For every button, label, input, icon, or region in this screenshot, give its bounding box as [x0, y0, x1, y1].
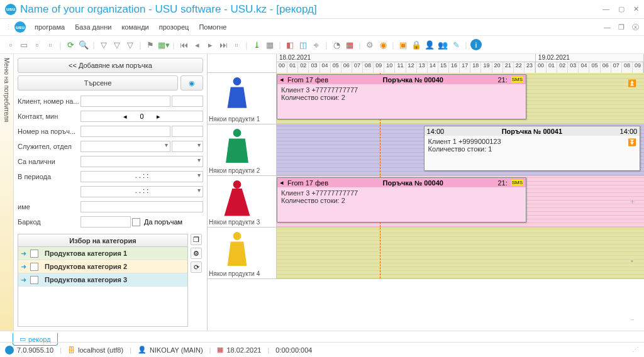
- cat-settings-button[interactable]: ⚙: [191, 248, 202, 259]
- menu-help[interactable]: Помогне: [195, 22, 230, 32]
- tb-rss-icon[interactable]: ▣: [397, 39, 409, 50]
- arrow-icon: ➜: [21, 276, 26, 284]
- period-to-input[interactable]: . . : :: [80, 186, 203, 197]
- chevron-left-icon: ◂: [280, 75, 284, 84]
- category-row[interactable]: ➜Продуктова категория 2: [18, 260, 187, 273]
- tb-cal-icon[interactable]: ▦: [344, 39, 355, 50]
- tb-filter3-icon[interactable]: ▽: [125, 39, 136, 50]
- filter-panel: << Добавяне към поръчка Търсене ◉ Клиент…: [14, 54, 208, 331]
- tb-chart-icon[interactable]: ▦: [264, 39, 275, 50]
- orderno-input2[interactable]: [172, 126, 203, 137]
- orderno-input[interactable]: [80, 126, 170, 137]
- timeline-side-controls: ⏫ ⏬ ＋ • －: [629, 54, 635, 331]
- tb-brush-icon[interactable]: ✎: [450, 39, 462, 50]
- tb-window-icon[interactable]: ◧: [284, 39, 296, 50]
- menu-commands[interactable]: команди: [118, 22, 152, 32]
- menu-window[interactable]: прозорец: [155, 22, 193, 32]
- order-card[interactable]: 14:00Поръчка № 0004114:00 Клиент 1 +9999…: [424, 126, 641, 171]
- scroll-down-icon[interactable]: ⏬: [628, 138, 636, 146]
- tb-clock-icon[interactable]: ◔: [331, 39, 342, 50]
- tb-filter-icon[interactable]: ▽: [98, 39, 109, 50]
- cat-checkbox[interactable]: [30, 250, 38, 258]
- zoom-dot-icon[interactable]: •: [631, 257, 633, 265]
- menu-database[interactable]: База данни: [71, 22, 115, 32]
- tb-refresh-icon[interactable]: ⟳: [65, 39, 76, 50]
- minimize-button[interactable]: —: [602, 5, 609, 13]
- barcode-input[interactable]: [80, 216, 131, 228]
- tb-nav-next-icon[interactable]: ▸: [204, 39, 216, 50]
- dept-combo[interactable]: [172, 141, 203, 152]
- order-card[interactable]: ◂From 17 февПоръчка № 0004021:SMS Клиент…: [277, 74, 526, 119]
- employee-combo[interactable]: [80, 141, 170, 152]
- lbl-name: име: [18, 203, 80, 211]
- instock-combo[interactable]: [80, 156, 203, 167]
- hour-cell: 01: [547, 62, 557, 73]
- hour-cell: 07: [352, 62, 363, 73]
- tb-nav-prev-icon[interactable]: ◂: [191, 39, 203, 50]
- lbl-barcode: Баркод: [18, 218, 80, 226]
- toorder-checkbox[interactable]: [132, 218, 140, 226]
- cat-copy-button[interactable]: ❐: [191, 234, 202, 245]
- hour-cell: 02: [557, 62, 568, 73]
- tb-users-icon[interactable]: 👥: [437, 39, 448, 50]
- search-button[interactable]: Търсене: [18, 75, 178, 91]
- statusbar: 7.0.9055.10 | 🗄localhost (utf8) | 👤NIKOL…: [0, 342, 644, 357]
- timeline-panel: 18.02.2021000102030405060708091011121314…: [208, 54, 644, 331]
- sms-tag: SMS: [511, 77, 523, 82]
- category-row[interactable]: ➜Продуктова категория 1: [18, 247, 187, 260]
- tb-save-icon[interactable]: ▫: [31, 39, 43, 50]
- search-aux-button[interactable]: ◉: [180, 75, 203, 91]
- category-row[interactable]: ➜Продуктова категория 3: [18, 273, 187, 287]
- menu-program[interactable]: програма: [31, 22, 69, 32]
- name-input[interactable]: [80, 201, 203, 212]
- lbl-toorder: Да поръчам: [144, 218, 182, 226]
- contact-spinner[interactable]: ◂0▸: [80, 111, 203, 122]
- tb-info-icon[interactable]: i: [470, 39, 482, 50]
- hour-cell: 22: [514, 62, 525, 73]
- tb-export-icon[interactable]: ⤓: [251, 39, 262, 50]
- client-input[interactable]: [80, 96, 170, 107]
- tb-nav-last-icon[interactable]: ⏭: [218, 39, 229, 50]
- db-icon: 🗄: [68, 346, 75, 354]
- sms-tag: SMS: [511, 180, 523, 185]
- mdi-minimize-button[interactable]: —: [604, 23, 611, 31]
- cat-checkbox[interactable]: [30, 276, 38, 284]
- tb-record-icon[interactable]: ▫: [231, 39, 242, 50]
- category-header: Избор на категория: [18, 234, 187, 247]
- tb-new-icon[interactable]: ▫: [5, 39, 16, 50]
- maximize-button[interactable]: ▢: [618, 5, 625, 13]
- tb-color-icon[interactable]: ◉: [377, 39, 389, 50]
- tb-user-icon[interactable]: 👤: [424, 39, 435, 50]
- order-card[interactable]: ◂From 17 февПоръчка № 0004021:SMS Клиент…: [277, 177, 526, 222]
- mdi-close-button[interactable]: ⓧ: [632, 23, 639, 32]
- cat-checkbox[interactable]: [30, 263, 38, 271]
- resize-grip-icon[interactable]: ⋰: [632, 346, 639, 354]
- tb-lock-icon[interactable]: 🔒: [411, 39, 422, 50]
- scroll-up-icon[interactable]: ⏫: [628, 79, 636, 87]
- add-to-order-button[interactable]: << Добавяне към поръчка: [18, 58, 203, 73]
- hour-cell: 20: [492, 62, 503, 73]
- zoom-in-icon[interactable]: ＋: [629, 197, 636, 206]
- tb-gear-icon[interactable]: ⚙: [364, 39, 375, 50]
- tb-split-icon[interactable]: ◫: [297, 39, 309, 50]
- tb-image-icon[interactable]: ▦▾: [158, 39, 169, 50]
- zoom-out-icon[interactable]: －: [629, 315, 636, 324]
- tb-saveall-icon[interactable]: ▫: [45, 39, 56, 50]
- status-time: 0:00:00:004: [275, 346, 312, 354]
- mdi-restore-button[interactable]: ❐: [618, 23, 625, 31]
- side-tab-user-menu[interactable]: Меню на потребителя: [0, 54, 14, 331]
- workarea: Меню на потребителя << Добавяне към поръ…: [0, 54, 644, 331]
- tb-exit-icon[interactable]: ⎆: [311, 39, 322, 50]
- period-from-input[interactable]: . . : :: [80, 171, 203, 182]
- app-logo-icon: usu: [5, 4, 16, 15]
- tb-search-icon[interactable]: 🔍: [78, 39, 89, 50]
- tb-open-icon[interactable]: ▭: [18, 39, 30, 50]
- tb-nav-first-icon[interactable]: ⏮: [178, 39, 189, 50]
- timeline-row: Някои продукти 4: [208, 228, 644, 279]
- cat-refresh-button[interactable]: ⟳: [191, 261, 202, 273]
- client-num-input[interactable]: [172, 96, 203, 107]
- menubar: ⋮ usu програма База данни команди прозор…: [0, 19, 644, 35]
- close-button[interactable]: ✕: [633, 5, 639, 13]
- tb-flag-icon[interactable]: ⚑: [145, 39, 156, 50]
- tb-filter2-icon[interactable]: ▽: [111, 39, 123, 50]
